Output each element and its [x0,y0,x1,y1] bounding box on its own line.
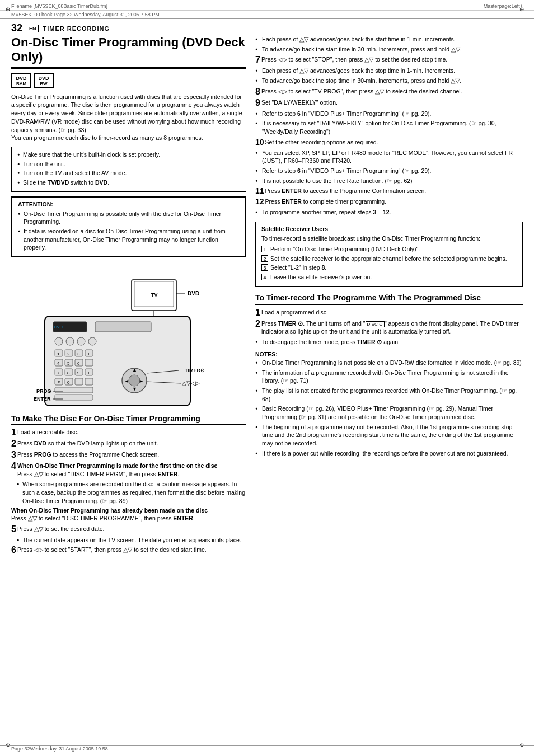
section-title: TIMER RECORDING [43,25,110,32]
right-column: Each press of △▽ advances/goes back the … [255,35,523,557]
timer-step-2-bullet-1: To disengage the timer mode, press TIMER… [255,338,523,346]
step-7-bullet-1: Each press of △▽ advances/goes back the … [255,67,523,75]
sat-step-icon-3: 3 [261,264,268,271]
svg-text:TIMER⊙: TIMER⊙ [185,368,205,373]
svg-text:9: 9 [77,370,80,375]
step-6-right-bullets: Each press of △▽ advances/goes back the … [255,35,523,53]
step-4b: When On-Disc Timer Programming has alrea… [11,506,246,523]
book-ref-label: MV5SEK_00.book Page 32 Wednesday, August… [11,12,160,17]
svg-text:△▽◁▷: △▽◁▷ [182,380,200,386]
step-10: 10 Set the other recording options as re… [255,138,523,147]
svg-rect-42 [75,378,83,385]
satellite-intro: To timer-record a satellite broadcast us… [261,234,517,243]
device-svg: TV DVD DVD [22,263,235,408]
step-10-bullet-1: You can select XP, SP, LP, EP or FR480 m… [255,149,523,165]
attention-list: On-Disc Timer Programming is possible on… [18,210,240,252]
svg-point-39 [58,381,60,383]
notes-label: NOTES: [255,351,523,358]
section-header: 32 EN TIMER RECORDING [0,19,534,35]
satellite-step-1: 1 Perform "On-Disc Timer Programming (DV… [261,245,517,253]
step-4: 4 When On-Disc Timer Programming is made… [11,462,246,478]
step-4-text: When On-Disc Timer Programming is made f… [17,462,246,478]
svg-text:►: ► [139,378,144,384]
intro-text: On-Disc Timer Programming is a function … [11,93,246,142]
svg-text:DVD: DVD [54,325,63,329]
bullet-list: Make sure that the unit's built-in clock… [17,151,240,187]
bullet-item: Turn on the TV and select the AV mode. [17,169,240,177]
svg-text:5: 5 [67,361,70,366]
timer-step-1-text: Load a programmed disc. [261,308,523,317]
step-10-num: 10 [255,138,264,146]
svg-text:0: 0 [67,380,70,385]
step-5-sub: The current date appears on the TV scree… [17,536,246,544]
en-badge: EN [27,25,39,32]
step-12: 12 Press ENTER to complete timer program… [255,198,523,206]
svg-point-10 [55,337,63,345]
notes-list: On-Disc Timer Programming is not possibl… [255,359,523,458]
dvd-badges: DVD RAM DVD RW [11,73,246,88]
step-11-num: 11 [255,187,264,195]
note-2: The information of a programme recorded … [255,369,523,385]
dvd-rw-top: DVD [37,76,50,81]
sat-step-icon-4: 4 [261,274,268,280]
left-column: On-Disc Timer Programming (DVD Deck Only… [11,35,246,557]
step-9: 9 Set "DAILY/WEEKLY" option. [255,98,523,107]
step-12-bullet-1: To programme another timer, repeat steps… [255,208,523,217]
step-11-text: Press ENTER to access the Programme Conf… [265,187,523,195]
timer-step-2-num: 2 [255,320,260,328]
step-4-num: 4 [11,462,16,471]
svg-point-13 [88,337,96,345]
device-area: TV DVD DVD [11,263,246,408]
svg-text:PROG: PROG [36,388,51,394]
dvd-rw-badge: DVD RW [34,73,54,88]
dvd-rw-bottom: RW [37,81,50,86]
step-3: 3 Press PROG to access the Programme Che… [11,450,246,459]
svg-point-11 [66,337,74,345]
sat-step-icon-2: 2 [261,255,268,262]
attention-box: ATTENTION: On-Disc Timer Programming is … [11,196,246,257]
step-8-num: 8 [255,87,260,96]
corner-mark-tl: ⊕ [6,6,15,15]
step-6-text: Press ◁▷ to select "START", then press △… [17,546,246,554]
footer-text: Page 32Wednesday, 31 August 2005 19:58 [11,746,108,752]
svg-text:+: + [87,351,90,356]
satellite-box: Satellite Receiver Users To timer-record… [255,222,523,286]
top-meta: Filename [MV5SEK_08Basic TimerDub.fm] Ma… [0,0,534,11]
step-1-num: 1 [11,428,16,437]
note-1: On-Disc Timer Programming is not possibl… [255,359,523,367]
timer-step-1: 1 Load a programmed disc. [255,308,523,317]
satellite-step-2: 2 Set the satellite receiver to the appr… [261,255,517,263]
step-6: 6 Press ◁▷ to select "START", then press… [11,546,246,555]
svg-rect-28 [85,359,93,366]
timer-step-2: 2 Press TIMER ⊙. The unit turns off and … [255,320,523,336]
svg-point-12 [77,337,85,345]
step-5-text: Press △▽ to set the desired date. [17,525,246,533]
step-7-num: 7 [255,55,260,64]
step-2-text: Press DVD so that the DVD lamp lights up… [17,439,246,448]
attention-item: If data is recorded on a disc for On-Dis… [18,227,240,252]
attention-title: ATTENTION: [18,201,240,208]
step-10-bullet-3: It is not possible to use the Free Rate … [255,177,523,185]
step-2: 2 Press DVD so that the DVD lamp lights … [11,439,246,448]
svg-text:◄: ◄ [124,378,129,384]
step-3-text: Press PROG to access the Programme Check… [17,450,246,459]
step-8-text: Press ◁▷ to select "TV PROG", then press… [261,87,523,96]
step-4-sub-item: When some programmes are recorded on the… [17,480,246,505]
step-12-text: Press ENTER to complete timer programmin… [265,198,523,206]
svg-text:+: + [87,370,90,375]
dvd-ram-top: DVD [15,76,28,81]
page: ⊕ ⊕ ⊕ ⊕ Filename [MV5SEK_08Basic TimerDu… [0,0,534,756]
step-2-num: 2 [11,439,16,448]
timer-step-2-text: Press TIMER ⊙. The unit turns off and "D… [261,320,523,336]
bullet-box: Make sure that the unit's built-in clock… [11,147,246,192]
footer: Page 32Wednesday, 31 August 2005 19:58 [0,745,534,752]
step-9-num: 9 [255,98,260,107]
svg-rect-44 [55,387,93,393]
svg-text:8: 8 [67,370,70,375]
svg-text:ENTER: ENTER [34,396,51,402]
step-7-bullets: Each press of △▽ advances/goes back the … [255,67,523,84]
svg-text:TV: TV [151,292,158,298]
timer-record-heading: To Timer-record The Programme With The P… [255,293,523,305]
svg-text:-: - [87,361,89,366]
step-12-bullets: To programme another timer, repeat steps… [255,208,523,217]
